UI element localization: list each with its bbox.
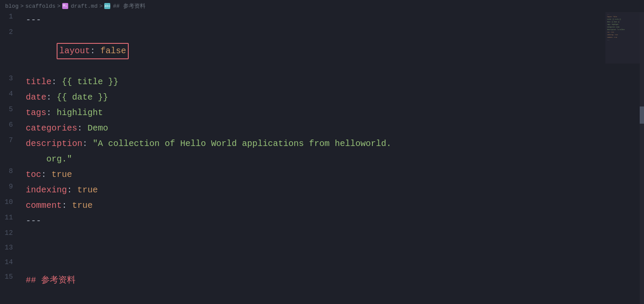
line-content-7: description: "A collection of Hello Worl…: [21, 136, 644, 151]
line-content-14: [21, 258, 644, 258]
line-content-3: title: {{ title }}: [21, 74, 644, 89]
line-12: 12: [0, 228, 644, 243]
line-content-10: comment: true: [21, 198, 644, 213]
line-number-1: 1: [0, 12, 21, 21]
line-8: 8 toc: true: [0, 167, 644, 182]
line-content-15: ## 参考资料: [21, 272, 644, 288]
line-number-2: 2: [0, 27, 21, 36]
breadcrumb-scaffolds[interactable]: scaffolds: [25, 3, 55, 9]
line-7-cont: 7 org.": [0, 151, 644, 167]
line-number-12: 12: [0, 228, 21, 237]
breadcrumb-sep-3: >: [99, 3, 103, 9]
line-content-5: tags: highlight: [21, 105, 644, 120]
line-number-11: 11: [0, 213, 21, 222]
minimap-content: --- layout: false title: {{ title }} dat…: [605, 12, 640, 44]
line-3: 3 title: {{ title }}: [0, 74, 644, 89]
line-11: 11 ---: [0, 213, 644, 228]
line-content-6: categories: Demo: [21, 120, 644, 136]
md-icon: M↓: [62, 3, 68, 9]
line-number-14: 14: [0, 258, 21, 266]
line-13: 13: [0, 243, 644, 258]
line-content-11: ---: [21, 213, 644, 228]
line-number-6: 6: [0, 120, 21, 129]
line-14: 14: [0, 258, 644, 272]
line-6: 6 categories: Demo: [0, 120, 644, 136]
line-number-8: 8: [0, 167, 21, 175]
line-number-9: 9: [0, 182, 21, 191]
line-1: 1 ---: [0, 12, 644, 27]
breadcrumb-heading[interactable]: ## 参考资料: [113, 2, 145, 10]
layout-highlight: layout: false: [57, 43, 129, 59]
breadcrumb-sep-2: >: [57, 3, 60, 9]
line-content-8: toc: true: [21, 167, 644, 182]
line-content-7-cont: org.": [21, 151, 644, 167]
line-4: 4 date: {{ date }}: [0, 89, 644, 105]
line-5: 5 tags: highlight: [0, 105, 644, 120]
line-number-5: 5: [0, 105, 21, 113]
line-15: 15 ## 参考资料: [0, 272, 644, 288]
line-content-4: date: {{ date }}: [21, 89, 644, 105]
line-10: 10 comment: true: [0, 198, 644, 213]
line-content-9: indexing: true: [21, 182, 644, 198]
minimap: --- layout: false title: {{ title }} dat…: [605, 12, 640, 64]
line-9: 9 indexing: true: [0, 182, 644, 198]
breadcrumb-sep-1: >: [20, 3, 24, 9]
line-number-7: 7: [0, 136, 21, 144]
abc-icon: abc: [104, 3, 110, 9]
line-number-15: 15: [0, 272, 21, 281]
line-number-10: 10: [0, 198, 21, 206]
line-number-4: 4: [0, 89, 21, 98]
line-2: 2 layout: false: [0, 27, 644, 74]
line-7: 7 description: "A collection of Hello Wo…: [0, 136, 644, 151]
scrollbar-thumb[interactable]: [640, 106, 644, 124]
breadcrumb-blog[interactable]: blog: [5, 3, 18, 9]
breadcrumb-draft[interactable]: draft.md: [71, 3, 97, 9]
line-content-13: [21, 243, 644, 244]
line-number-3: 3: [0, 74, 21, 82]
line-content-12: [21, 228, 644, 229]
editor: 1 --- 2 layout: false 3 title: {{ title …: [0, 12, 644, 304]
line-content-1: ---: [21, 12, 644, 27]
line-content-2: layout: false: [21, 27, 644, 74]
breadcrumb: blog > scaffolds > M↓ draft.md > abc ## …: [0, 0, 644, 12]
line-number-13: 13: [0, 243, 21, 252]
